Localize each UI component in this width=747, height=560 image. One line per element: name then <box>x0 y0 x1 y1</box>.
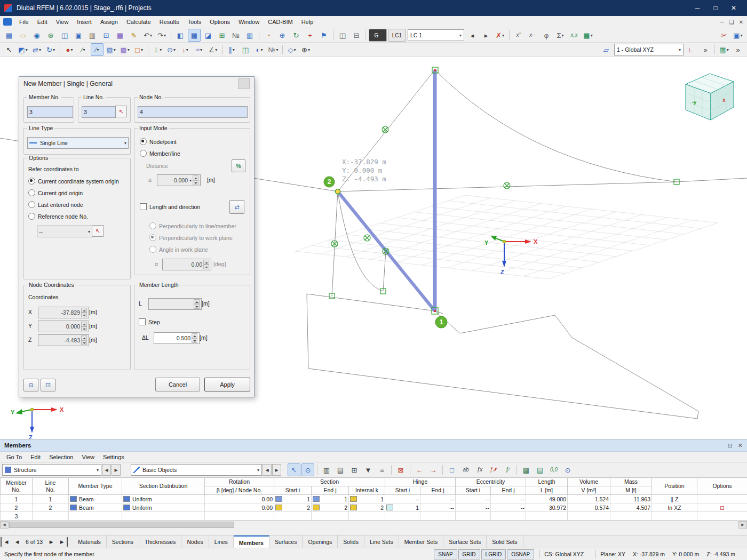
save-icon[interactable]: ▣ <box>72 29 85 42</box>
overflow-left-icon[interactable]: » <box>699 43 712 56</box>
numbering-icon[interactable]: №▾ <box>267 43 280 56</box>
move-copy-icon[interactable]: ⇄▾ <box>30 43 43 56</box>
x-coordinate-field[interactable]: -37.829 <box>38 307 89 318</box>
cell-member-type[interactable]: Beam <box>69 503 122 512</box>
excel-export-icon[interactable]: ▦ <box>520 463 533 476</box>
scrollbar-thumb[interactable] <box>9 522 234 528</box>
tab-surface-sets[interactable]: Surface Sets <box>443 535 487 548</box>
cell-options[interactable] <box>697 512 747 521</box>
col-length-sub[interactable]: L [m] <box>526 486 568 495</box>
menu-item-options[interactable]: Options <box>205 17 234 27</box>
dlubal-online-icon[interactable]: ◉ <box>30 29 43 42</box>
mdi-close-icon[interactable]: ✕ <box>736 19 746 25</box>
radio-reference-node[interactable]: Reference node No. <box>28 213 88 220</box>
node-no-field[interactable]: 4 <box>138 106 248 118</box>
tab-solid-sets[interactable]: Solid Sets <box>487 535 523 548</box>
menu-item-calculate[interactable]: Calculate <box>122 17 155 27</box>
cell-length[interactable]: 49.000 <box>526 495 568 503</box>
webservice-icon[interactable]: ⊛ <box>44 29 57 42</box>
language-icon[interactable]: ⚑ <box>317 29 330 42</box>
insert-row-icon[interactable]: ⊞ <box>348 463 361 476</box>
templates-icon[interactable]: ▦ <box>114 29 126 42</box>
tab-sections[interactable]: Sections <box>107 535 139 548</box>
sync-selection-icon[interactable]: ⊙ <box>301 463 314 476</box>
line-no-field[interactable]: 3 <box>82 106 116 118</box>
cell-hinge-end[interactable] <box>420 512 456 521</box>
step-checkbox[interactable]: Step <box>139 318 160 325</box>
cell-member-no[interactable]: 3 <box>1 512 33 521</box>
spinner[interactable] <box>81 322 87 331</box>
guidelines-icon[interactable]: ∥▾ <box>225 43 238 56</box>
empty-cells-icon[interactable]: □ <box>446 463 458 476</box>
minimize-button[interactable]: ─ <box>688 2 706 14</box>
coordinate-system-combo[interactable]: 1 - Global XYZ▾ <box>614 44 684 55</box>
export-table-icon[interactable]: ⊞ <box>216 29 228 42</box>
cell-line-no[interactable]: 1 <box>33 495 69 503</box>
edit-rotate-icon[interactable]: ↻▾ <box>44 43 57 56</box>
rotate-view-icon[interactable]: ↻ <box>290 29 303 42</box>
export-row-icon[interactable]: → <box>427 463 440 476</box>
open-model-icon[interactable]: ▱ <box>17 29 29 42</box>
deck-outline[interactable] <box>307 294 698 419</box>
cable-mast-right[interactable] <box>435 70 677 182</box>
delete-results-icon[interactable]: ✗▾ <box>494 29 506 42</box>
alpha-field[interactable]: 0.00 <box>162 259 211 270</box>
col-mass-sub[interactable]: M [t] <box>610 486 652 495</box>
col-section-internal[interactable]: Internal k <box>349 486 385 495</box>
cell-member-type[interactable] <box>69 512 122 521</box>
cell-position[interactable]: || Z <box>652 495 697 503</box>
col-position[interactable]: Position <box>652 478 697 495</box>
radio-perpendicular-line[interactable]: Perpendicularly to line/member <box>149 222 236 229</box>
radio-current-grid-origin[interactable]: Current grid origin <box>28 189 83 196</box>
decimal-places-icon[interactable]: 0,0 <box>547 463 560 476</box>
cable-line-right[interactable] <box>677 178 747 182</box>
table-row[interactable]: 3 <box>1 512 747 521</box>
dialog-title-bar[interactable]: New Member | Single | General <box>19 77 254 91</box>
panel-menu-selection[interactable]: Selection <box>45 452 77 462</box>
menu-item-cad-bim[interactable]: CAD-BIM <box>264 17 297 27</box>
tab-thicknesses[interactable]: Thicknesses <box>139 535 181 548</box>
cell-length[interactable]: 30.972 <box>526 503 568 512</box>
tables-toggle-icon[interactable]: ▦ <box>188 29 201 42</box>
redo-icon[interactable]: ↷▾ <box>155 29 168 42</box>
cell-options[interactable]: ⊡ <box>697 503 747 512</box>
select-icon[interactable]: ↖ <box>3 43 15 56</box>
col-eccentricity[interactable]: Eccentricity <box>456 478 526 486</box>
cell-length[interactable] <box>526 512 568 521</box>
objects-combo[interactable]: Basic Objects▾ <box>131 464 262 476</box>
new-support-icon[interactable]: ⊥▾ <box>151 43 164 56</box>
structure-prev-button[interactable]: ◀ <box>102 464 111 476</box>
menu-item-file[interactable]: File <box>15 17 33 27</box>
formula-check-icon[interactable]: ƒ✗ <box>487 463 500 476</box>
radio-angle-work-plane[interactable]: Angle in work plane <box>149 246 208 253</box>
col-volume[interactable]: Volume <box>568 478 610 486</box>
cell-section-end[interactable]: 1 <box>312 495 349 503</box>
load-case-number-button[interactable]: LC1 <box>388 29 406 42</box>
formula-icon[interactable]: ƒx <box>473 463 486 476</box>
menu-item-help[interactable]: Help <box>297 17 318 27</box>
snap-pointer-icon[interactable]: + <box>304 29 316 42</box>
scroll-right-icon[interactable]: ▶ <box>738 521 747 529</box>
split-view-2-icon[interactable]: ⊟ <box>350 29 363 42</box>
scroll-left-icon[interactable]: ◀ <box>0 521 9 529</box>
col-hinge-start[interactable]: Start i <box>385 486 420 495</box>
protractor-icon[interactable]: ◔ <box>262 29 275 42</box>
cell-ecc-end[interactable]: -- <box>491 503 526 512</box>
radio-last-entered-node[interactable]: Last entered node <box>28 201 83 208</box>
result-values-icon[interactable]: x,x <box>568 29 581 42</box>
cell-section-start[interactable] <box>274 512 312 521</box>
tab-lines[interactable]: Lines <box>209 535 234 548</box>
objects-prev-button[interactable]: ◀ <box>263 464 272 476</box>
cell-ecc-end[interactable] <box>491 512 526 521</box>
reference-node-pick-button[interactable]: ↖ <box>92 225 104 237</box>
structure-combo[interactable]: Structure▾ <box>2 464 101 476</box>
cell-section-end[interactable] <box>312 512 349 521</box>
calculate-xdot-icon[interactable]: x·· <box>526 29 539 42</box>
cell-rotation[interactable]: 0.00 <box>205 495 274 503</box>
cell-position[interactable] <box>652 512 697 521</box>
panel-close-icon[interactable]: ✕ <box>738 442 743 449</box>
formula-edit-icon[interactable]: ƒ∕ <box>501 463 514 476</box>
cell-member-no[interactable]: 1 <box>1 495 33 503</box>
step-field[interactable]: 0.500 <box>154 332 200 344</box>
status-plane[interactable]: Plane: XY <box>600 551 625 557</box>
